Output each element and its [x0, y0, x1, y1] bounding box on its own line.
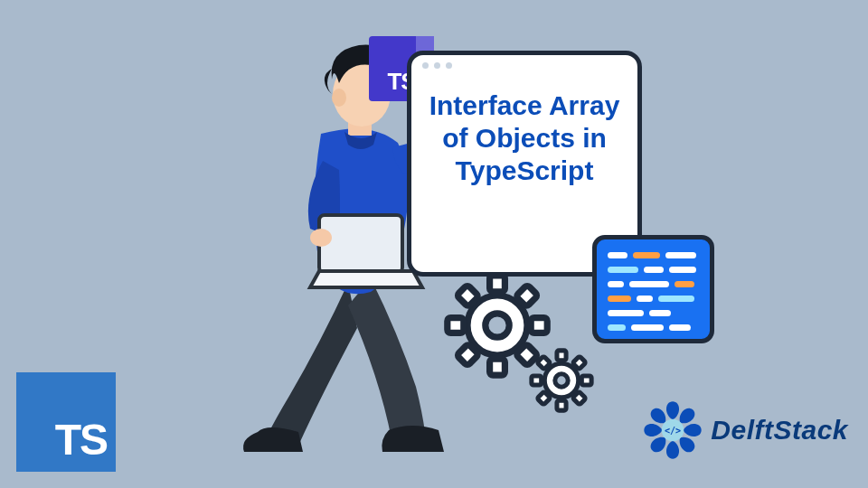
- svg-point-6: [486, 314, 509, 337]
- svg-rect-21: [572, 356, 586, 370]
- svg-point-4: [332, 89, 346, 107]
- delftstack-brand-name: DelftStack: [711, 415, 848, 446]
- delftstack-flower-icon: </>: [640, 398, 705, 463]
- thumbnail-stage: TS Interface Array of Objects in TypeScr…: [0, 0, 868, 488]
- svg-rect-17: [557, 351, 566, 361]
- typescript-logo: TS: [16, 372, 116, 472]
- svg-rect-13: [457, 285, 479, 307]
- code-panel-icon: [592, 235, 714, 343]
- delftstack-logo: </> DelftStack: [640, 398, 848, 463]
- svg-rect-0: [319, 215, 402, 273]
- svg-text:</>: </>: [665, 426, 681, 436]
- svg-rect-8: [490, 359, 505, 375]
- svg-rect-9: [448, 318, 464, 333]
- svg-rect-7: [490, 276, 505, 292]
- card-title: Interface Array of Objects in TypeScript: [411, 84, 637, 192]
- typescript-logo-label: TS: [55, 415, 107, 465]
- svg-rect-10: [531, 318, 547, 333]
- gear-icon: [529, 348, 594, 413]
- window-dots-icon: [422, 62, 452, 69]
- svg-rect-19: [532, 376, 542, 385]
- svg-rect-22: [537, 391, 551, 405]
- svg-rect-11: [515, 285, 538, 307]
- svg-point-1: [310, 229, 332, 247]
- svg-rect-24: [572, 391, 586, 405]
- svg-rect-23: [537, 356, 551, 370]
- svg-rect-12: [457, 343, 479, 366]
- svg-point-16: [555, 374, 568, 387]
- svg-rect-20: [581, 376, 591, 385]
- svg-rect-18: [557, 400, 566, 410]
